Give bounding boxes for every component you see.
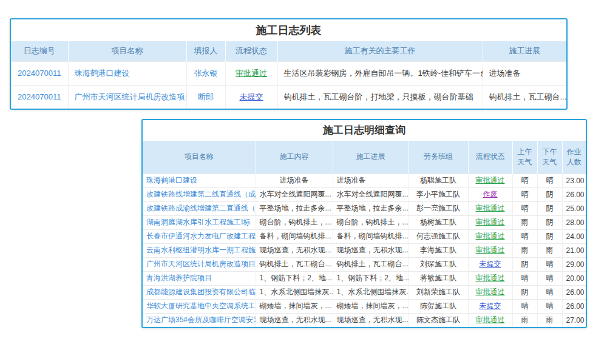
project-name-link[interactable]: 成都能源建设集团投资有限公司临时办: [143, 285, 256, 299]
worker-count-cell: 20.00: [562, 271, 586, 285]
table-row: 云南水利枢纽潜明水库一期工程施工I标现场巡查，无积水现...现场巡查，无积水现.…: [143, 243, 586, 257]
am-weather-cell: 晴: [512, 187, 537, 201]
labor-team-cell: 李海施工队: [409, 243, 468, 257]
column-header-progress: 施工进展: [483, 41, 566, 61]
column-header-project-name: 项目名称: [68, 41, 186, 61]
main-work-cell: 钩机排土，瓦工砌台阶，打地梁，只摸板，砌台阶基础: [277, 85, 483, 109]
status-link[interactable]: 审批通过: [468, 243, 512, 257]
log-id-link[interactable]: 2024070011: [11, 85, 68, 109]
project-name-link[interactable]: 华软大厦研究基地中央空调系统工程: [143, 299, 256, 313]
pm-weather-cell: 晴: [537, 299, 562, 313]
status-link[interactable]: 审批通过: [225, 61, 277, 85]
column-header-project-name: 项目名称: [143, 141, 256, 174]
labor-team-cell: 陈文杰施工队: [409, 313, 468, 327]
worker-count-cell: 26.00: [562, 285, 586, 299]
work-content-cell: 进场准备: [256, 174, 333, 187]
column-header-main-work: 施工有关的主要工作: [277, 41, 483, 61]
progress-cell: 备料，砌间墙钩机排...: [333, 229, 409, 243]
log-id-link[interactable]: 2024070011: [11, 61, 68, 85]
table-row: 改建铁路线增建第二线直通线（成都-成水车对全线遮阳网覆...水车对全线遮阳网覆.…: [143, 187, 586, 201]
pm-weather-cell: 阴: [537, 201, 562, 215]
project-name-link[interactable]: 青海洪湖养护院项目: [143, 271, 256, 285]
table-row: 珠海鹤港口建设进场准备进场准备杨聪施工队审批通过晴晴23.00: [143, 174, 586, 187]
project-name-link[interactable]: 珠海鹤港口建设: [68, 61, 186, 85]
column-header-progress: 施工进展: [333, 141, 409, 174]
status-link[interactable]: 审批通过: [468, 285, 512, 299]
labor-team-cell: 蒋敏施工队: [409, 271, 468, 285]
column-header-log-id: 日志编号: [11, 41, 68, 61]
status-link[interactable]: 审批通过: [468, 229, 512, 243]
table-row: 广州市天河区统计局机房改造项目钩机排土，瓦工砌台...钩机排土，瓦工砌台...刘…: [143, 257, 586, 271]
status-link[interactable]: 审批通过: [468, 201, 512, 215]
labor-team-cell: 杨树施工队: [409, 215, 468, 229]
worker-count-cell: 26.00: [562, 187, 586, 201]
column-header-am-weather: 上午天气: [512, 141, 537, 174]
status-link[interactable]: 未提交: [468, 257, 512, 271]
am-weather-cell: 阴: [512, 285, 537, 299]
pm-weather-cell: 晴: [537, 271, 562, 285]
progress-cell: 平整场地，拉走多余...: [333, 201, 409, 215]
status-link[interactable]: 审批通过: [468, 271, 512, 285]
status-link[interactable]: 审批通过: [468, 313, 512, 327]
am-weather-cell: 雨: [512, 313, 537, 327]
project-name-link[interactable]: 广州市天河区统计局机房改造项目: [68, 85, 186, 109]
progress-cell: 现场巡查，无积水现...: [333, 313, 409, 327]
work-content-cell: 备料，砌间墙钩机排...: [256, 229, 333, 243]
progress-cell: 1、钢筋下料；2、地...: [333, 271, 409, 285]
reporter-link[interactable]: 断郎: [186, 85, 225, 109]
table-row: 湖南洞庭湖水库引水工程施工I标砌台阶，钩机排土，...砌台阶，钩机排土，...杨…: [143, 215, 586, 229]
column-header-worker-count: 作业人数: [562, 141, 586, 174]
worker-count-cell: 23.00: [562, 174, 586, 187]
progress-cell: 钩机排土，瓦工砌台...: [483, 85, 566, 109]
pm-weather-cell: 晴: [537, 285, 562, 299]
am-weather-cell: 阴: [512, 257, 537, 271]
am-weather-cell: 晴: [512, 174, 537, 187]
project-name-link[interactable]: 改建铁路线增建第二线直通线（成都-成: [143, 187, 256, 201]
worker-count-cell: 28.00: [562, 215, 586, 229]
status-link[interactable]: 审批通过: [468, 215, 512, 229]
progress-cell: 水车对全线遮阳网覆...: [333, 187, 409, 201]
work-content-cell: 平整场地，拉走多余...: [256, 201, 333, 215]
project-name-link[interactable]: 云南水利枢纽潜明水库一期工程施工I标: [143, 243, 256, 257]
project-name-link[interactable]: 湖南洞庭湖水库引水工程施工I标: [143, 215, 256, 229]
progress-cell: 1、水系北侧围墙抹灰...: [333, 285, 409, 299]
project-name-link[interactable]: 长春市伊通河水力发电厂改建工程: [143, 229, 256, 243]
table-header-row: 项目名称 施工内容 施工进展 劳务班组 流程状态 上午天气 下午天气 作业人数: [143, 141, 586, 174]
progress-cell: 进场准备: [333, 174, 409, 187]
work-content-cell: 1、水系北侧围墙抹灰...: [256, 285, 333, 299]
am-weather-cell: 雨: [512, 243, 537, 257]
work-content-cell: 现场巡查，无积水现...: [256, 313, 333, 327]
reporter-link[interactable]: 张永银: [186, 61, 225, 85]
construction-log-list-panel: 施工日志列表 日志编号 项目名称 填报人 流程状态 施工有关的主要工作 施工进展…: [10, 18, 568, 110]
worker-count-cell: 25.00: [562, 201, 586, 215]
project-name-link[interactable]: 珠海鹤港口建设: [143, 174, 256, 187]
progress-cell: 进场准备: [483, 61, 566, 85]
project-name-link[interactable]: 广州市天河区统计局机房改造项目: [143, 257, 256, 271]
work-content-cell: 砌台阶，钩机排土，...: [256, 215, 333, 229]
labor-team-cell: 刘琛施工队: [409, 257, 468, 271]
project-name-link[interactable]: 万达广场35#会所及咖啡厅空调安装工程: [143, 313, 256, 327]
work-content-cell: 水车对全线遮阳网覆...: [256, 187, 333, 201]
pm-weather-cell: 阴: [537, 215, 562, 229]
pm-weather-cell: 晴: [537, 174, 562, 187]
status-link[interactable]: 未提交: [225, 85, 277, 109]
am-weather-cell: 晴: [512, 201, 537, 215]
pm-weather-cell: 雨: [537, 313, 562, 327]
am-weather-cell: 雨: [512, 215, 537, 229]
table-row: 2024070011珠海鹤港口建设张永银审批通过生活区吊装彩钢房，外雇自卸吊一辆…: [11, 61, 566, 85]
pm-weather-cell: 雨: [537, 243, 562, 257]
table-row: 万达广场35#会所及咖啡厅空调安装工程现场巡查，无积水现...现场巡查，无积水现…: [143, 313, 586, 327]
table-row: 华软大厦研究基地中央空调系统工程砌矮墙，抹间墙灰，...砌矮墙，抹间墙灰，...…: [143, 299, 586, 313]
progress-cell: 现场巡查，无积水现...: [333, 243, 409, 257]
column-header-reporter: 填报人: [186, 41, 225, 61]
table-header-row: 日志编号 项目名称 填报人 流程状态 施工有关的主要工作 施工进展: [11, 41, 566, 61]
column-header-process-status: 流程状态: [468, 141, 512, 174]
column-header-pm-weather: 下午天气: [537, 141, 562, 174]
status-link[interactable]: 未提交: [468, 299, 512, 313]
page-title: 施工日志明细查询: [143, 120, 586, 141]
status-link[interactable]: 作废: [468, 187, 512, 201]
progress-cell: 砌矮墙，抹间墙灰，...: [333, 299, 409, 313]
construction-log-detail-table: 项目名称 施工内容 施工进展 劳务班组 流程状态 上午天气 下午天气 作业人数 …: [143, 141, 586, 327]
project-name-link[interactable]: 改建铁路成渝线增建第二直通线（成渝: [143, 201, 256, 215]
status-link[interactable]: 审批通过: [468, 174, 512, 187]
